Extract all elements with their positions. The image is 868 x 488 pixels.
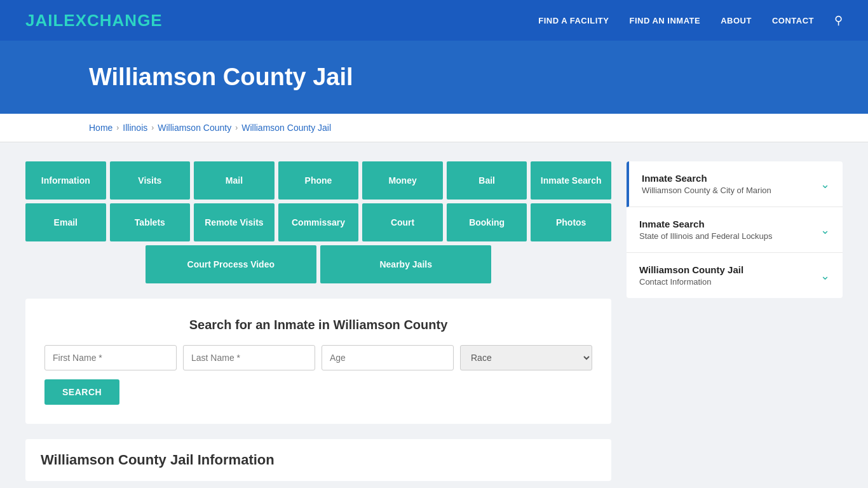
sidebar-item-text-2: Inmate Search State of Illinois and Fede… — [639, 219, 773, 241]
logo-exchange: EXCHANGE — [64, 11, 162, 30]
sidebar-item-text-1: Inmate Search Williamson County & City o… — [642, 173, 771, 195]
navbar: JAILEXCHANGE FIND A FACILITY FIND AN INM… — [0, 0, 868, 41]
sidebar-item-subtitle-1: Williamson County & City of Marion — [642, 186, 771, 195]
btn-remote-visits[interactable]: Remote Visits — [194, 203, 275, 241]
chevron-icon-2: ⌄ — [820, 223, 830, 237]
sidebar-item-title-1: Inmate Search — [642, 173, 771, 184]
sidebar-card: Inmate Search Williamson County & City o… — [627, 161, 843, 298]
btn-information[interactable]: Information — [25, 161, 106, 200]
sidebar-item-subtitle-2: State of Illinois and Federal Lockups — [639, 231, 773, 241]
sidebar-item-contact-info[interactable]: Williamson County Jail Contact Informati… — [627, 253, 843, 298]
btn-inmate-search[interactable]: Inmate Search — [531, 161, 611, 200]
section-title-card: Williamson County Jail Information — [25, 439, 611, 481]
btn-court[interactable]: Court — [362, 203, 443, 241]
site-logo[interactable]: JAILEXCHANGE — [25, 11, 163, 30]
right-sidebar: Inmate Search Williamson County & City o… — [627, 161, 843, 481]
btn-mail[interactable]: Mail — [194, 161, 275, 200]
breadcrumb-home[interactable]: Home — [89, 123, 112, 133]
btn-tablets[interactable]: Tablets — [110, 203, 191, 241]
chevron-icon-1: ⌄ — [820, 177, 830, 191]
hero-section: Williamson County Jail — [0, 41, 868, 114]
nav-contact[interactable]: CONTACT — [772, 16, 814, 25]
sidebar-item-title-3: Williamson County Jail — [639, 264, 743, 275]
button-grid-row1: Information Visits Mail Phone Money Bail… — [25, 161, 611, 200]
search-icon[interactable]: ⚲ — [834, 14, 843, 27]
nav-about[interactable]: ABOUT — [721, 16, 752, 25]
page-title: Williamson County Jail — [89, 64, 843, 91]
btn-nearby-jails[interactable]: Nearby Jails — [320, 245, 491, 283]
sidebar-item-subtitle-3: Contact Information — [639, 277, 743, 287]
logo-jail: JAIL — [25, 11, 64, 30]
breadcrumb-sep-2: › — [151, 123, 154, 132]
sidebar-item-inmate-search-state[interactable]: Inmate Search State of Illinois and Fede… — [627, 207, 843, 253]
section-title-text: Williamson County Jail Information — [41, 452, 596, 468]
first-name-input[interactable] — [44, 345, 177, 370]
search-title: Search for an Inmate in Williamson Count… — [44, 318, 592, 332]
age-input[interactable] — [322, 345, 454, 370]
chevron-icon-3: ⌄ — [820, 269, 830, 283]
breadcrumb-current: Williamson County Jail — [241, 123, 331, 133]
btn-phone[interactable]: Phone — [278, 161, 359, 200]
btn-photos[interactable]: Photos — [531, 203, 611, 241]
btn-bail[interactable]: Bail — [447, 161, 527, 200]
btn-money[interactable]: Money — [362, 161, 443, 200]
breadcrumb-illinois[interactable]: Illinois — [123, 123, 147, 133]
btn-email[interactable]: Email — [25, 203, 106, 241]
search-fields: Race White Black Hispanic Asian Other — [44, 345, 592, 370]
race-select[interactable]: Race White Black Hispanic Asian Other — [460, 345, 592, 370]
btn-booking[interactable]: Booking — [447, 203, 527, 241]
breadcrumb-sep-1: › — [116, 123, 119, 132]
nav-find-inmate[interactable]: FIND AN INMATE — [629, 16, 700, 25]
btn-court-process-video[interactable]: Court Process Video — [146, 245, 316, 283]
left-column: Information Visits Mail Phone Money Bail… — [25, 161, 611, 481]
btn-commissary[interactable]: Commissary — [278, 203, 359, 241]
search-card: Search for an Inmate in Williamson Count… — [25, 299, 611, 424]
breadcrumb-williamson-county[interactable]: Williamson County — [158, 123, 231, 133]
last-name-input[interactable] — [183, 345, 315, 370]
search-button[interactable]: SEARCH — [44, 379, 119, 405]
breadcrumb-sep-3: › — [235, 123, 238, 132]
nav-find-facility[interactable]: FIND A FACILITY — [538, 16, 609, 25]
sidebar-item-inmate-search-local[interactable]: Inmate Search Williamson County & City o… — [627, 161, 843, 207]
main-content: Information Visits Mail Phone Money Bail… — [0, 142, 868, 488]
sidebar-item-text-3: Williamson County Jail Contact Informati… — [639, 264, 743, 287]
button-grid-row2: Email Tablets Remote Visits Commissary C… — [25, 203, 611, 241]
button-grid-row3: Court Process Video Nearby Jails — [25, 245, 611, 283]
sidebar-item-title-2: Inmate Search — [639, 219, 773, 229]
nav-links: FIND A FACILITY FIND AN INMATE ABOUT CON… — [538, 13, 843, 27]
breadcrumb: Home › Illinois › Williamson County › Wi… — [0, 114, 868, 142]
btn-visits[interactable]: Visits — [110, 161, 191, 200]
